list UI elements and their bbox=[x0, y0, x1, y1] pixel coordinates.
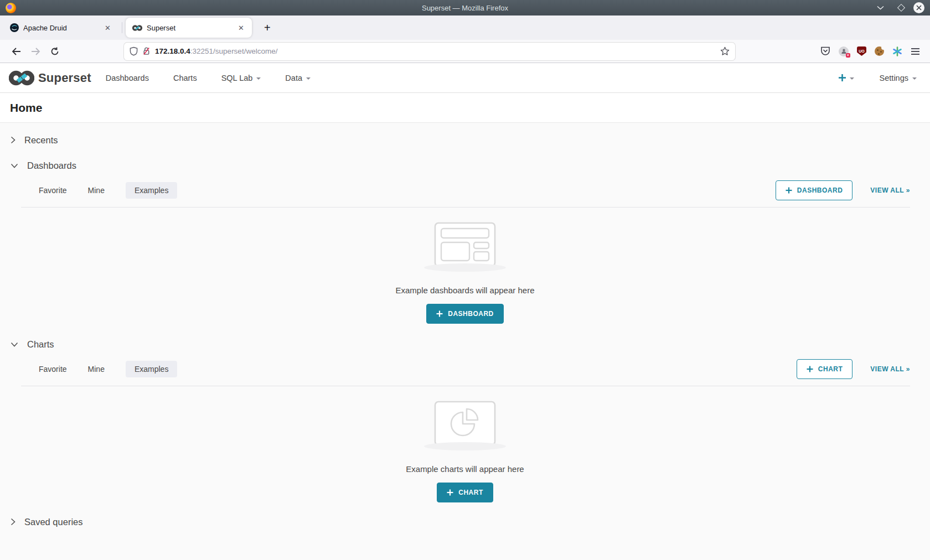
superset-logo[interactable]: Superset bbox=[9, 69, 91, 87]
chevron-right-icon bbox=[11, 518, 16, 526]
empty-state-text: Example dashboards will appear here bbox=[396, 286, 535, 295]
druid-favicon bbox=[10, 23, 19, 32]
caret-down-icon bbox=[912, 77, 917, 80]
section-saved-queries[interactable]: Saved queries bbox=[0, 509, 930, 535]
empty-chart-icon bbox=[434, 401, 496, 446]
multi-account-containers-icon[interactable] bbox=[892, 46, 902, 56]
plus-icon bbox=[447, 489, 453, 496]
new-tab-button[interactable]: + bbox=[260, 20, 275, 35]
welcome-content: Recents Dashboards Favorite Mine Example… bbox=[0, 127, 930, 536]
tab-favorite[interactable]: Favorite bbox=[39, 361, 67, 377]
url-host: 172.18.0.4 bbox=[155, 47, 190, 55]
plus-icon bbox=[838, 74, 846, 82]
url-text[interactable]: 172.18.0.4:32251/superset/welcome/ bbox=[155, 47, 716, 55]
caret-down-icon bbox=[306, 77, 311, 80]
dashboards-sub-toolbar: Favorite Mine Examples DASHBOARD VIEW AL… bbox=[0, 180, 930, 200]
new-dashboard-button[interactable]: DASHBOARD bbox=[776, 180, 853, 200]
tab-label: Superset bbox=[147, 24, 232, 32]
new-chart-button[interactable]: CHART bbox=[797, 359, 853, 379]
section-dashboards[interactable]: Dashboards bbox=[0, 153, 930, 178]
section-label: Recents bbox=[24, 135, 58, 146]
tab-superset[interactable]: Superset ✕ bbox=[126, 18, 252, 38]
cookie-extension-icon[interactable] bbox=[875, 46, 884, 56]
window-titlebar: Superset — Mozilla Firefox bbox=[0, 0, 930, 15]
plus-icon bbox=[786, 187, 792, 194]
create-chart-button[interactable]: CHART bbox=[437, 483, 493, 502]
new-item-menu[interactable] bbox=[838, 74, 854, 82]
section-recents[interactable]: Recents bbox=[0, 127, 930, 153]
window-maximize-button[interactable] bbox=[897, 4, 905, 12]
url-bar[interactable]: 172.18.0.4:32251/superset/welcome/ bbox=[124, 43, 735, 60]
window-close-button[interactable] bbox=[913, 2, 924, 13]
view-all-dashboards-link[interactable]: VIEW ALL » bbox=[870, 186, 910, 194]
tab-mine[interactable]: Mine bbox=[88, 361, 105, 377]
nav-item-label: Charts bbox=[173, 74, 197, 82]
settings-label: Settings bbox=[880, 74, 908, 82]
browser-toolbar: 172.18.0.4:32251/superset/welcome/ ✕ UO bbox=[0, 40, 930, 63]
shield-icon[interactable] bbox=[130, 46, 138, 56]
tab-favorite[interactable]: Favorite bbox=[39, 182, 67, 199]
section-label: Dashboards bbox=[27, 160, 76, 171]
pocket-icon[interactable] bbox=[820, 46, 830, 56]
superset-infinity-icon bbox=[9, 69, 34, 87]
bookmark-star-icon[interactable] bbox=[720, 46, 730, 56]
account-extension-icon[interactable]: ✕ bbox=[839, 46, 849, 56]
superset-favicon bbox=[132, 24, 142, 32]
page-title: Home bbox=[10, 101, 920, 115]
browser-tab-strip: Apache Druid ✕ Superset ✕ + bbox=[0, 15, 930, 40]
window-title: Superset — Mozilla Firefox bbox=[0, 4, 930, 12]
tab-examples[interactable]: Examples bbox=[126, 182, 177, 199]
nav-item-label: Dashboards bbox=[106, 74, 149, 82]
tab-close-icon[interactable]: ✕ bbox=[104, 24, 112, 32]
charts-sub-toolbar: Favorite Mine Examples CHART VIEW ALL » bbox=[0, 359, 930, 379]
tab-examples[interactable]: Examples bbox=[126, 361, 177, 377]
page-header: Home bbox=[0, 93, 930, 123]
view-all-charts-link[interactable]: VIEW ALL » bbox=[870, 365, 910, 373]
reload-button[interactable] bbox=[45, 44, 64, 59]
window-minimize-button[interactable] bbox=[872, 3, 889, 13]
tab-mine[interactable]: Mine bbox=[88, 182, 105, 199]
tab-label: Apache Druid bbox=[23, 24, 99, 32]
dashboards-empty-state: Example dashboards will appear here DASH… bbox=[0, 208, 930, 324]
empty-state-shadow bbox=[424, 263, 506, 272]
empty-dashboard-icon bbox=[434, 222, 496, 267]
button-label: CHART bbox=[818, 365, 843, 373]
button-label: DASHBOARD bbox=[797, 186, 843, 194]
forward-button[interactable] bbox=[26, 45, 45, 58]
tab-separator bbox=[122, 22, 122, 33]
extension-error-badge: ✕ bbox=[846, 53, 850, 58]
chevron-down-icon bbox=[11, 163, 18, 168]
firefox-icon bbox=[6, 3, 16, 13]
settings-menu[interactable]: Settings bbox=[880, 74, 917, 82]
button-label: CHART bbox=[458, 489, 483, 496]
plus-icon bbox=[807, 366, 813, 372]
empty-state-shadow bbox=[424, 442, 506, 450]
nav-item-label: SQL Lab bbox=[221, 74, 253, 82]
superset-navbar: Superset Dashboards Charts SQL Lab Data … bbox=[0, 63, 930, 93]
section-charts[interactable]: Charts bbox=[0, 331, 930, 357]
tab-close-icon[interactable]: ✕ bbox=[237, 24, 245, 32]
nav-item-label: Data bbox=[285, 74, 302, 82]
caret-down-icon bbox=[850, 77, 854, 80]
section-label: Charts bbox=[27, 339, 54, 350]
nav-item-charts[interactable]: Charts bbox=[173, 74, 197, 82]
charts-empty-state: Example charts will appear here CHART bbox=[0, 386, 930, 502]
plus-icon bbox=[436, 310, 443, 317]
tab-apache-druid[interactable]: Apache Druid ✕ bbox=[3, 18, 118, 38]
ublock-origin-icon[interactable]: UO bbox=[857, 46, 866, 56]
nav-item-sql-lab[interactable]: SQL Lab bbox=[221, 74, 261, 82]
insecure-lock-icon[interactable] bbox=[142, 46, 151, 56]
chevron-down-icon bbox=[11, 342, 18, 347]
empty-state-text: Example charts will appear here bbox=[406, 464, 524, 474]
caret-down-icon bbox=[256, 77, 261, 80]
menu-hamburger-icon[interactable] bbox=[911, 48, 920, 55]
url-path: :32251/superset/welcome/ bbox=[190, 47, 278, 55]
section-label: Saved queries bbox=[24, 517, 83, 527]
nav-item-dashboards[interactable]: Dashboards bbox=[106, 74, 149, 82]
back-button[interactable] bbox=[7, 45, 26, 58]
button-label: DASHBOARD bbox=[448, 310, 494, 318]
chevron-right-icon bbox=[11, 136, 16, 144]
nav-item-data[interactable]: Data bbox=[285, 74, 311, 82]
create-dashboard-button[interactable]: DASHBOARD bbox=[426, 304, 504, 324]
brand-name: Superset bbox=[38, 71, 91, 85]
